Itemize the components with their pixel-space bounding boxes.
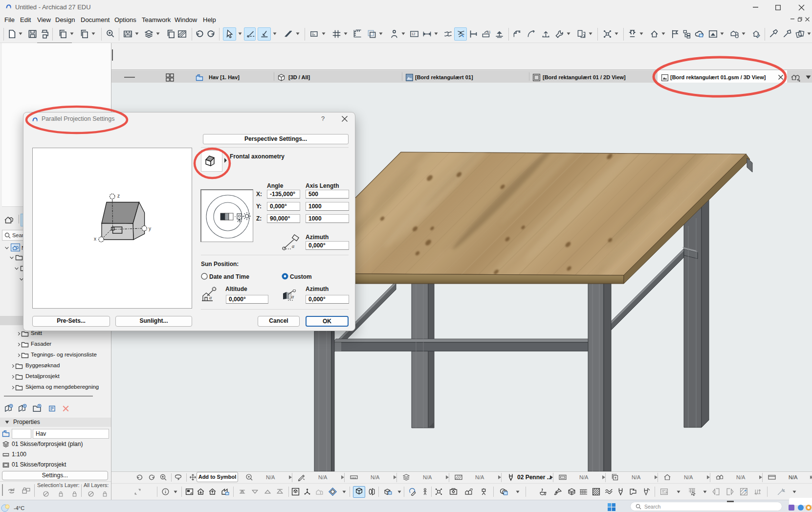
svg-text:α: α: [291, 294, 294, 299]
svg-text:y: y: [149, 226, 151, 231]
svg-text:α: α: [209, 295, 212, 300]
svg-text:z: z: [117, 193, 120, 199]
svg-text:x: x: [94, 236, 96, 242]
svg-text:A1: A1: [487, 30, 491, 34]
svg-text:α: α: [292, 244, 295, 249]
svg-text:12: 12: [412, 32, 416, 36]
